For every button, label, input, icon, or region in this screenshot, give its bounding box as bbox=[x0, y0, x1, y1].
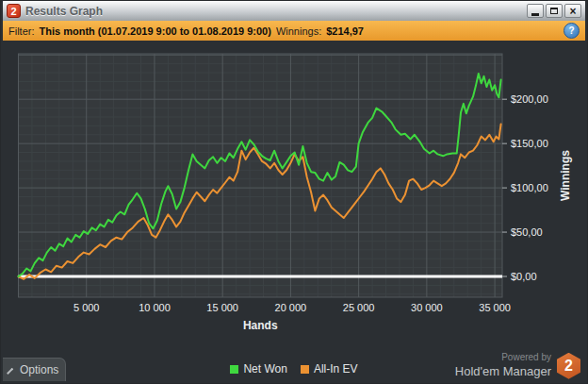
y-tick-label: $100,00 bbox=[511, 182, 548, 193]
x-tick-label: 20 000 bbox=[275, 302, 307, 313]
y-tick-label: $200,00 bbox=[511, 93, 548, 105]
help-icon[interactable]: ? bbox=[564, 23, 580, 39]
legend-label: All-In EV bbox=[314, 362, 358, 376]
close-icon: × bbox=[569, 6, 576, 17]
y-tick-label: $0,00 bbox=[511, 271, 537, 282]
legend-swatch bbox=[301, 365, 309, 374]
x-tick-label: 10 000 bbox=[139, 302, 171, 313]
minimize-icon bbox=[531, 13, 539, 16]
bottom-bar: Options Net WonAll-In EV Powered by Hold… bbox=[3, 345, 585, 381]
maximize-button[interactable] bbox=[546, 4, 563, 18]
title-bar: 2 Results Graph × bbox=[3, 1, 585, 22]
y-axis-title: Winnings bbox=[559, 150, 572, 201]
minimize-button[interactable] bbox=[527, 4, 544, 18]
hm2-logo-icon: 2 bbox=[557, 353, 580, 379]
results-chart: $0,00$50,00$100,00$150,00$200,005 00010 … bbox=[0, 41, 588, 343]
x-tick-label: 5 000 bbox=[74, 302, 100, 313]
results-graph-window: 2 Results Graph × Filter: This month (01… bbox=[0, 0, 588, 384]
x-axis-title: Hands bbox=[243, 319, 278, 332]
y-tick-label: $50,00 bbox=[511, 226, 543, 238]
y-tick-label: $150,00 bbox=[511, 138, 548, 149]
legend-item: Net Won bbox=[230, 362, 286, 376]
maximize-icon bbox=[550, 8, 558, 14]
x-tick-label: 35 000 bbox=[479, 302, 511, 313]
holdem-manager-text: Hold'em Manager bbox=[455, 364, 551, 379]
filter-label: Filter: bbox=[8, 25, 35, 37]
legend-swatch bbox=[230, 365, 238, 374]
powered-by-text: Powered by bbox=[501, 352, 551, 364]
legend-label: Net Won bbox=[243, 362, 286, 376]
winnings-value: $214,97 bbox=[326, 25, 364, 37]
app-icon: 2 bbox=[7, 4, 21, 18]
window-title: Results Graph bbox=[25, 5, 527, 18]
legend-item: All-In EV bbox=[301, 362, 358, 376]
x-tick-label: 15 000 bbox=[206, 302, 238, 313]
powered-by-branding: Powered by Hold'em Manager 2 bbox=[455, 352, 580, 379]
x-tick-label: 30 000 bbox=[411, 302, 443, 313]
close-button[interactable]: × bbox=[564, 4, 581, 18]
filter-bar: Filter: This month (01.07.2019 9:00 to 0… bbox=[3, 21, 585, 41]
x-tick-label: 25 000 bbox=[343, 302, 375, 313]
filter-value[interactable]: This month (01.07.2019 9:00 to 01.08.201… bbox=[40, 25, 271, 37]
winnings-label: Winnings: bbox=[276, 25, 321, 37]
